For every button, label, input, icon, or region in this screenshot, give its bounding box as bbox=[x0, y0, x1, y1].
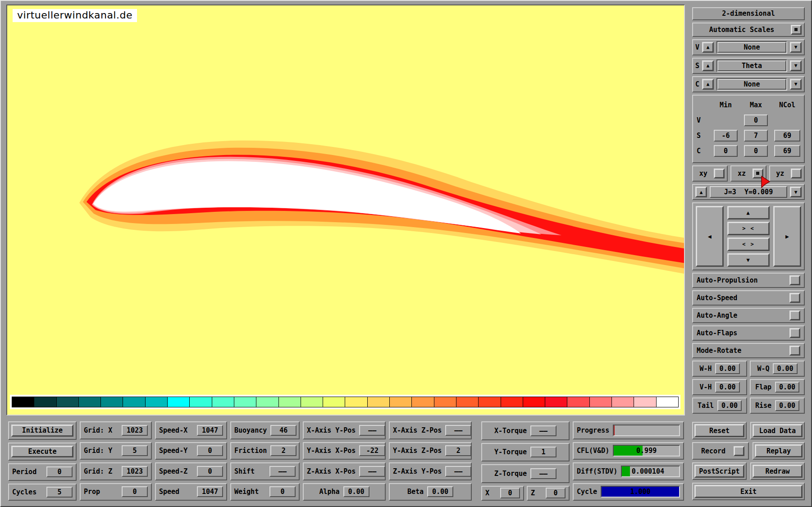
pan-down-button[interactable]: ▼ bbox=[727, 253, 770, 267]
x-axis-y-pos-field[interactable]: —— bbox=[359, 425, 385, 436]
z-position-field[interactable]: 0 bbox=[546, 488, 566, 498]
y-torque-field[interactable]: 1 bbox=[530, 447, 557, 457]
s-max-field[interactable]: 7 bbox=[744, 130, 768, 142]
s-variable-select[interactable]: Theta bbox=[716, 59, 787, 72]
s-down-button[interactable]: ▼ bbox=[790, 60, 802, 71]
friction-field[interactable]: 2 bbox=[270, 445, 297, 456]
x-torque-label: X-Torque bbox=[494, 427, 527, 435]
pan-left-button[interactable]: ◀ bbox=[696, 206, 724, 267]
execute-button[interactable]: Execute bbox=[11, 446, 73, 458]
w-q-field[interactable]: 0.00 bbox=[773, 363, 797, 374]
x-torque-field[interactable]: —— bbox=[530, 425, 557, 436]
flap-field[interactable]: 0.00 bbox=[775, 382, 799, 393]
period-field[interactable]: 0 bbox=[46, 466, 73, 477]
rise-field[interactable]: 0.00 bbox=[775, 400, 799, 411]
cycles-field[interactable]: 5 bbox=[46, 487, 73, 498]
control-column-2: Grid: X1023Grid: Y5Grid: Z1023Prop0 bbox=[80, 421, 152, 501]
c-down-button[interactable]: ▼ bbox=[790, 79, 802, 90]
x-axis-z-pos-field[interactable]: —— bbox=[445, 425, 471, 436]
y-axis-z-pos-group: Y-Axis Z-Pos2 bbox=[389, 442, 472, 460]
x-position-field[interactable]: 0 bbox=[500, 488, 520, 498]
c-variable-select[interactable]: None bbox=[716, 78, 787, 91]
color-scale-cell-2 bbox=[57, 397, 79, 407]
c-max-field[interactable]: 0 bbox=[744, 145, 768, 157]
auto-flaps-toggle[interactable] bbox=[789, 328, 800, 338]
pan-right-button[interactable]: ▶ bbox=[773, 206, 801, 267]
c-min-field[interactable]: 0 bbox=[714, 145, 738, 157]
redraw-button[interactable]: Redraw bbox=[753, 465, 803, 478]
s-min-field[interactable]: -6 bbox=[714, 130, 738, 142]
y-axis-z-pos-label: Y-Axis Z-Pos bbox=[393, 447, 442, 455]
prop-field[interactable]: 0 bbox=[122, 486, 148, 497]
y-axis-z-pos-field[interactable]: 2 bbox=[445, 445, 471, 456]
grid-y-field[interactable]: 5 bbox=[122, 445, 148, 456]
v-down-button[interactable]: ▼ bbox=[790, 42, 802, 53]
auto-propulsion-toggle[interactable] bbox=[789, 275, 800, 285]
y-axis-x-pos-group: Y-Axis X-Pos-22 bbox=[303, 442, 386, 460]
buoyancy-label: Buoyancy bbox=[234, 426, 267, 434]
v-up-button[interactable]: ▲ bbox=[702, 42, 714, 53]
y-axis-x-pos-field[interactable]: -22 bbox=[359, 445, 385, 456]
zoom-in-button[interactable]: > < bbox=[727, 222, 770, 235]
rise-group: Rise0.00 bbox=[750, 397, 805, 414]
s-up-button[interactable]: ▲ bbox=[702, 60, 714, 71]
trim-value-list: W-H0.00W-Q0.00V-H0.00Flap0.00Tail0.00Ris… bbox=[692, 361, 805, 414]
auto-speed-label: Auto-Speed bbox=[697, 294, 789, 302]
automatic-scales-toggle[interactable] bbox=[791, 25, 802, 35]
v-h-field[interactable]: 0.00 bbox=[715, 382, 739, 393]
mode-2d-button[interactable]: 2-dimensional bbox=[692, 7, 805, 20]
cfl-v-d-label: CFL(V&D) bbox=[577, 447, 609, 455]
postscript-button[interactable]: PostScript bbox=[694, 465, 744, 478]
weight-field[interactable]: 0 bbox=[269, 486, 296, 497]
speed-z-field[interactable]: 0 bbox=[197, 466, 223, 477]
z-torque-field[interactable]: —— bbox=[530, 468, 557, 479]
exit-button[interactable]: Exit bbox=[694, 485, 803, 498]
v-max-field[interactable]: 0 bbox=[744, 114, 768, 126]
initialize-button[interactable]: Initialize bbox=[11, 425, 73, 437]
min-column-header: Min bbox=[714, 101, 738, 109]
speed-field[interactable]: 1047 bbox=[197, 486, 223, 497]
slice-up-button[interactable]: ▲ bbox=[695, 187, 707, 197]
grid-z-group: Grid: Z1023 bbox=[80, 462, 152, 480]
control-column-5: X-Axis Y-Pos——Y-Axis X-Pos-22Z-Axis X-Po… bbox=[303, 421, 386, 501]
record-toggle[interactable] bbox=[734, 446, 744, 456]
replay-button[interactable]: Replay bbox=[755, 444, 803, 457]
mode-rotate-toggle[interactable] bbox=[789, 346, 800, 356]
color-scale-cell-28 bbox=[634, 397, 656, 407]
beta-field[interactable]: 0.00 bbox=[427, 486, 453, 497]
load-data-button[interactable]: Load Data bbox=[753, 424, 803, 437]
grid-x-field[interactable]: 1023 bbox=[122, 425, 148, 436]
s-ncol-field[interactable]: 69 bbox=[774, 130, 800, 142]
c-ncol-field[interactable]: 69 bbox=[774, 145, 800, 157]
z-axis-x-pos-field[interactable]: —— bbox=[359, 466, 385, 477]
shift-field[interactable]: —— bbox=[269, 466, 296, 477]
reset-button[interactable]: Reset bbox=[694, 424, 744, 437]
grid-z-field[interactable]: 1023 bbox=[122, 466, 148, 477]
buoyancy-field[interactable]: 46 bbox=[270, 425, 297, 436]
z-axis-y-pos-field[interactable]: —— bbox=[445, 466, 471, 477]
slice-down-button[interactable]: ▼ bbox=[790, 187, 802, 197]
progress-label: Progress bbox=[577, 426, 609, 434]
v-h-label: V-H bbox=[699, 383, 712, 391]
speed-y-field[interactable]: 0 bbox=[197, 445, 223, 456]
weight-group: Weight0 bbox=[230, 483, 300, 501]
pan-up-button[interactable]: ▲ bbox=[727, 206, 770, 219]
tail-field[interactable]: 0.00 bbox=[717, 400, 742, 411]
v-variable-select[interactable]: None bbox=[716, 41, 787, 54]
ncol-column-header: NCol bbox=[774, 101, 800, 109]
c-up-button[interactable]: ▲ bbox=[702, 79, 714, 90]
xy-plane-toggle[interactable] bbox=[714, 169, 725, 178]
yz-plane-toggle[interactable] bbox=[791, 169, 802, 178]
color-scale-cell-12 bbox=[279, 397, 301, 407]
alpha-field[interactable]: 0.00 bbox=[343, 486, 370, 497]
slice-position-field[interactable]: J=3 Y=0.009 bbox=[710, 186, 787, 198]
zoom-out-button[interactable]: < > bbox=[727, 238, 770, 251]
control-column-3: Speed-X1047Speed-Y0Speed-Z0Speed1047 bbox=[155, 421, 227, 501]
auto-angle-toggle[interactable] bbox=[789, 311, 800, 320]
cfl-v-d-group: CFL(V&D)0.999 bbox=[573, 442, 684, 460]
beta-group: Beta0.00 bbox=[389, 483, 472, 501]
auto-speed-toggle[interactable] bbox=[789, 293, 800, 303]
w-h-field[interactable]: 0.00 bbox=[715, 363, 739, 374]
s-variable-value: Theta bbox=[717, 60, 786, 71]
speed-x-field[interactable]: 1047 bbox=[197, 425, 223, 436]
